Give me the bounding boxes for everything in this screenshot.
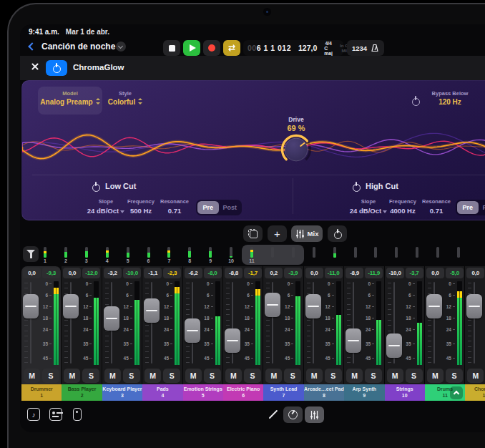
bypass-below-control[interactable]: Bypass Below 120 Hz	[428, 90, 472, 106]
track-name-band[interactable]: Strings10	[385, 384, 425, 401]
high-cut-resonance[interactable]: Resonance 0.71	[420, 198, 453, 215]
play-surface-icon[interactable]	[73, 408, 82, 421]
volume-value[interactable]: 0,2	[265, 268, 283, 278]
collapse-button[interactable]	[450, 386, 463, 399]
high-cut-power-icon[interactable]	[351, 182, 361, 191]
solo-button[interactable]: S	[204, 369, 221, 383]
channel-strip-7[interactable]: 0,2-3,9061218243545MSSynth Lead7	[263, 266, 303, 401]
channel-strip-3[interactable]: -3,2-10,0061218243545MSKeyboard Player3	[102, 266, 142, 401]
track-name-band[interactable]: Chorus V12	[465, 384, 485, 401]
volume-fader[interactable]	[63, 294, 79, 318]
low-cut-frequency[interactable]: Frequency 500 Hz	[124, 198, 158, 215]
volume-value[interactable]: 0,0	[305, 268, 323, 278]
volume-fader[interactable]	[466, 294, 482, 318]
volume-value[interactable]: -6,2	[185, 268, 202, 278]
solo-button[interactable]: S	[284, 369, 301, 383]
mute-button[interactable]: M	[144, 369, 161, 383]
track-name-band[interactable]: Electric Piano6	[223, 384, 263, 401]
channel-strip-10[interactable]: -10,0-3,7061218243545MSStrings10	[385, 266, 425, 401]
volume-value[interactable]: 0,0	[426, 268, 444, 278]
volume-fader[interactable]	[265, 293, 280, 317]
back-chevron-icon[interactable]	[28, 42, 36, 50]
mute-button[interactable]: M	[265, 369, 282, 383]
lcd-display[interactable]: 006 1 1 012 127,0 4/4C maj In Out MIDI	[243, 40, 343, 56]
solo-button[interactable]: S	[163, 369, 180, 383]
track-name-band[interactable]: Arcade…eet Pad8	[304, 384, 344, 401]
channel-strip-1[interactable]: 0,0-9,3061218243545MSDrummer1	[21, 266, 62, 401]
track-name-band[interactable]: Drums11	[425, 384, 465, 401]
mute-button[interactable]: M	[24, 369, 40, 383]
volume-value[interactable]: -8,8	[225, 268, 242, 278]
drive-knob[interactable]	[279, 132, 313, 167]
cycle-button[interactable]	[223, 40, 240, 56]
solo-button[interactable]: S	[365, 369, 382, 383]
style-selector[interactable]: Style Colorful	[103, 90, 147, 106]
track-name-band[interactable]: Emotion Strings5	[183, 384, 223, 401]
channel-strip-8[interactable]: 0,0-11,0061218243545MSArcade…eet Pad8	[304, 266, 344, 401]
level-control[interactable]: Level 0.0	[472, 90, 485, 106]
solo-button[interactable]: S	[42, 369, 59, 383]
mute-button[interactable]: M	[225, 369, 242, 383]
track-name-band[interactable]: Drummer1	[21, 384, 62, 401]
mute-button[interactable]: M	[104, 369, 121, 383]
song-title[interactable]: Canción de noche	[41, 42, 115, 52]
solo-button[interactable]: S	[325, 369, 342, 383]
mute-button[interactable]: M	[185, 369, 202, 383]
volume-fader[interactable]	[185, 318, 200, 343]
mute-button[interactable]: M	[387, 369, 403, 383]
mute-button[interactable]: M	[427, 369, 444, 383]
volume-value[interactable]: -10,0	[386, 268, 404, 278]
channel-strip-2[interactable]: 0,0-12,0061218243545MSBass Player2	[62, 266, 102, 401]
volume-fader[interactable]	[225, 328, 240, 353]
volume-fader[interactable]	[386, 333, 402, 358]
channel-strip-4[interactable]: -1,1-2,3061218243545MSPads4	[142, 266, 182, 401]
volume-fader[interactable]	[23, 294, 39, 318]
channel-strip-11[interactable]: 0,0-5,0061218243545MSDrums11	[425, 266, 465, 401]
song-menu-button[interactable]	[116, 42, 126, 52]
low-cut-power-icon[interactable]	[91, 182, 100, 191]
loops-browser-icon[interactable]: ♪	[27, 408, 40, 421]
track-name-band[interactable]: Synth Lead7	[263, 384, 303, 401]
play-button[interactable]	[183, 40, 200, 56]
low-cut-resonance[interactable]: Resonance 0.71	[158, 198, 191, 215]
volume-value[interactable]: -8,9	[346, 268, 363, 278]
channel-strip-5[interactable]: -6,2-8,0061218243545MSEmotion Strings5	[183, 266, 223, 401]
low-cut-slope[interactable]: Slope 24 dB/Oct	[82, 198, 129, 215]
plugins-icon[interactable]	[49, 408, 62, 421]
channel-strip-6[interactable]: -8,8-1,7061218243545MSElectric Piano6	[223, 266, 263, 401]
record-button[interactable]	[203, 40, 220, 56]
solo-button[interactable]: S	[123, 369, 140, 383]
solo-button[interactable]: S	[406, 369, 423, 383]
bypass-power-icon[interactable]	[411, 96, 420, 105]
controls-view-button[interactable]	[283, 406, 303, 423]
volume-value[interactable]: -1,1	[144, 268, 162, 278]
volume-fader[interactable]	[305, 294, 321, 318]
volume-fader[interactable]	[426, 294, 442, 318]
mute-button[interactable]: M	[64, 369, 80, 383]
metronome-icon[interactable]	[371, 44, 379, 52]
volume-fader[interactable]	[144, 298, 160, 323]
count-in-button[interactable]: 1234	[352, 44, 367, 52]
track-name-band[interactable]: Arp Synth9	[344, 384, 384, 401]
solo-button[interactable]: S	[82, 369, 99, 383]
volume-value[interactable]: 0,0	[23, 268, 41, 278]
volume-fader[interactable]	[346, 328, 361, 353]
track-name-band[interactable]: Pads4	[142, 384, 182, 401]
channel-strip-9[interactable]: -8,9-11,9061218243545MSArp Synth9	[344, 266, 384, 401]
volume-fader[interactable]	[104, 306, 119, 331]
mute-button[interactable]: M	[346, 369, 363, 383]
mix-view-button[interactable]: Mix	[291, 225, 323, 242]
pencil-icon[interactable]	[269, 410, 278, 419]
model-selector[interactable]: Model Analog Preamp	[38, 87, 102, 115]
volume-value[interactable]: 0,0	[63, 268, 81, 278]
pre-button[interactable]: Pre	[457, 201, 479, 214]
volume-value[interactable]: -3,2	[104, 268, 122, 278]
filter-button[interactable]	[23, 246, 39, 262]
add-track-button[interactable]: +	[268, 225, 287, 242]
volume-value[interactable]: 0,0	[466, 268, 484, 278]
solo-button[interactable]: S	[244, 369, 261, 383]
mute-button[interactable]: M	[306, 369, 323, 383]
duplicate-button[interactable]	[243, 225, 263, 242]
close-icon[interactable]	[30, 62, 40, 72]
pre-button[interactable]: Pre	[197, 201, 219, 214]
